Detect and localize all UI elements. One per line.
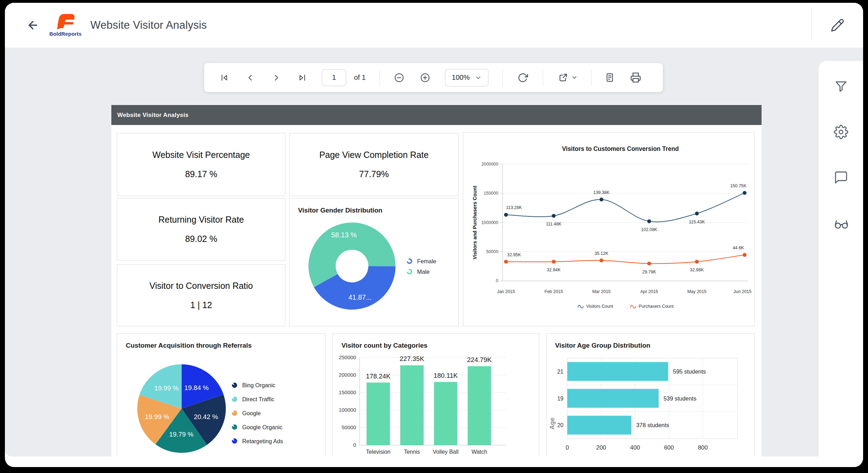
bar-value-label: 224.79K — [467, 356, 492, 363]
edit-report-button[interactable] — [831, 18, 845, 32]
pencil-icon — [831, 18, 845, 32]
refresh-button[interactable] — [518, 72, 528, 83]
data-label: 44.6K — [732, 245, 744, 250]
legend-line-icon — [578, 305, 583, 308]
bold-reports-logo: BoldReports — [52, 14, 79, 37]
bar-value-label: 595 students — [673, 368, 706, 375]
x-tick-label: 800 — [698, 444, 708, 451]
toolbar-divider — [502, 70, 503, 86]
last-page-button[interactable] — [297, 73, 307, 83]
zoom-out-button[interactable] — [394, 72, 404, 83]
export-button[interactable] — [558, 72, 578, 83]
legend-label: Visitors Count — [586, 304, 613, 309]
y-tick-label: 1000000 — [481, 220, 499, 225]
legend-label: Google — [242, 410, 261, 416]
minus-circle-icon — [394, 72, 404, 83]
print-button[interactable] — [630, 72, 641, 83]
next-page-button[interactable] — [271, 73, 281, 83]
y-tick-label: 250000 — [339, 354, 356, 360]
kpi-card-visitor-conversion-ratio: Visitor to Conversion Ratio 1 | 12 — [117, 264, 285, 326]
y-tick-label: 100000 — [339, 407, 356, 413]
chevron-down-icon — [571, 74, 578, 81]
viewer-toolbar: of 1 100% — [204, 63, 663, 92]
data-label: 32.95K — [507, 252, 521, 257]
zoom-in-button[interactable] — [420, 72, 430, 83]
slice-label: 20.42 % — [194, 413, 218, 420]
printer-icon — [630, 72, 641, 83]
y-axis-title: Age — [549, 418, 556, 430]
gender_donut-svg: Visitor Gender Distribution58.13 %41.87.… — [290, 199, 458, 326]
report-page: Website Visitor Analysis Website Visit P… — [111, 105, 762, 457]
data-point — [647, 220, 651, 223]
referral_pie-svg: Customer Acquisition through Referrals19… — [117, 334, 325, 457]
series-line-visitors-count — [506, 193, 745, 222]
report-header-title: Website Visitor Analysis — [117, 112, 188, 119]
slice-label: 58.13 % — [331, 231, 357, 239]
legend-label: Bing Organic — [242, 382, 276, 388]
gender-donut-chart: Visitor Gender Distribution58.13 %41.87.… — [290, 199, 458, 326]
page-number-input[interactable] — [322, 69, 346, 86]
data-point — [647, 262, 651, 265]
refresh-icon — [518, 72, 528, 83]
bar-television — [367, 383, 390, 445]
conversion-trend-chart: 20000001500001000000500000Visitors to Cu… — [463, 133, 754, 326]
legend-label: Female — [417, 258, 436, 264]
comment-bubble-icon — [834, 170, 848, 185]
back-button[interactable] — [27, 19, 39, 32]
chart-card-category-visitors: Visitor count by Categories2500002000001… — [333, 333, 539, 457]
bar-value-label: 539 students — [664, 395, 696, 402]
first-page-button[interactable] — [220, 73, 229, 83]
toolbar-divider — [380, 70, 380, 86]
bar-age-19 — [567, 389, 659, 408]
age-hbar-chart: Visitor Age Group Distribution0200400600… — [547, 334, 754, 457]
slice-label: 19.79 % — [169, 431, 194, 438]
top-bar-edit-section — [811, 7, 863, 43]
kpi-card-website-visit-percentage: Website Visit Percentage 89.17 % — [117, 133, 285, 196]
chevron-left-icon — [245, 73, 255, 83]
y-tick-label: 21 — [557, 369, 563, 375]
plus-circle-icon — [420, 72, 430, 83]
eyeglasses-icon — [834, 216, 849, 231]
settings-button[interactable] — [834, 125, 848, 139]
legend-label: Direct Traffic — [242, 396, 275, 402]
zoom-level-dropdown[interactable]: 100% — [445, 69, 488, 86]
bold-reports-logo-icon — [54, 14, 77, 30]
legend-label: Male — [417, 269, 430, 275]
bar-volley-ball — [434, 382, 457, 445]
chart-card-age-distribution: Visitor Age Group Distribution0200400600… — [546, 333, 755, 457]
chart-title: Visitor count by Categories — [341, 342, 428, 349]
data-point — [552, 260, 556, 264]
y-tick-label: 150000 — [339, 389, 356, 395]
y-tick-label: 2000000 — [481, 162, 499, 167]
previous-page-button[interactable] — [245, 73, 255, 83]
chart-card-gender-distribution: Visitor Gender Distribution58.13 %41.87.… — [289, 198, 459, 326]
kpi-title: Visitor to Conversion Ratio — [150, 281, 253, 291]
app-window: BoldReports Website Visitor Analysis — [5, 3, 863, 467]
page-title: Website Visitor Analysis — [90, 19, 207, 32]
series-line-purchasers-count — [506, 255, 745, 264]
bar-age-21 — [567, 362, 668, 381]
x-tick-label: 400 — [630, 444, 640, 451]
legend-label: Google Organic — [242, 424, 283, 430]
x-tick-label: Mar 2015 — [592, 289, 611, 294]
comments-button[interactable] — [834, 170, 848, 185]
page-count-label: of 1 — [354, 74, 366, 82]
accessibility-button[interactable] — [834, 216, 848, 230]
data-label: 32.98K — [690, 267, 704, 272]
x-tick-label: Tennis — [404, 449, 420, 455]
data-point — [552, 214, 556, 218]
hbar-svg: Visitor Age Group Distribution0200400600… — [547, 334, 754, 457]
arrow-left-icon — [27, 19, 39, 32]
data-point — [599, 197, 603, 201]
bar-svg: Visitor count by Categories2500002000001… — [333, 334, 539, 457]
data-point — [695, 260, 699, 264]
bar-value-label: 378 students — [636, 422, 669, 428]
parameters-button[interactable] — [605, 72, 615, 83]
kpi-title: Page View Completion Rate — [319, 150, 429, 160]
y-tick-label: 50000 — [486, 249, 499, 254]
x-tick-label: Apr 2015 — [640, 289, 658, 294]
filter-button[interactable] — [834, 79, 848, 94]
data-point — [695, 211, 699, 215]
logo-wordmark: BoldReports — [49, 31, 82, 37]
x-tick-label: May 2015 — [687, 289, 707, 294]
